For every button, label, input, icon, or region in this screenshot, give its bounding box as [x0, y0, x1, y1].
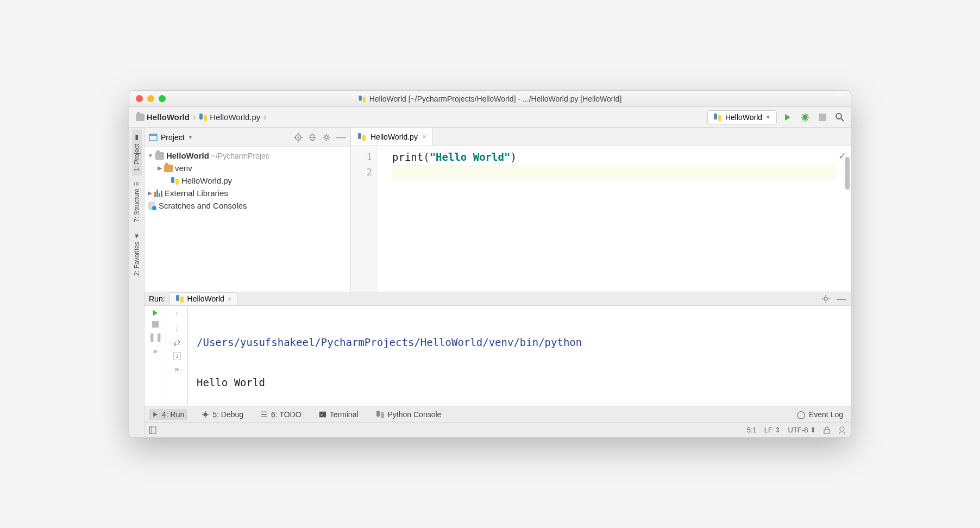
- svg-rect-63: [149, 427, 152, 433]
- tree-project-root[interactable]: ▼ HelloWorld ~/PycharmProjec: [145, 149, 350, 162]
- svg-point-22: [298, 136, 299, 138]
- project-tree[interactable]: ▼ HelloWorld ~/PycharmProjec ▶ venv: [145, 147, 350, 292]
- debug-button[interactable]: [799, 111, 812, 124]
- inspection-ok-icon[interactable]: ✓: [839, 149, 845, 161]
- close-tab-icon[interactable]: ×: [228, 295, 232, 303]
- hide-icon[interactable]: —: [837, 293, 846, 305]
- svg-line-13: [807, 119, 808, 120]
- breadcrumb-project[interactable]: HelloWorld: [134, 112, 192, 122]
- scroll-to-end-icon[interactable]: ⤓: [173, 352, 181, 360]
- scrollbar-thumb[interactable]: [845, 157, 850, 190]
- breadcrumb-file[interactable]: HelloWorld.py: [197, 112, 262, 122]
- bottom-tab-todo[interactable]: ☰ 6: TODO: [257, 409, 305, 420]
- breadcrumb-file-label: HelloWorld.py: [210, 112, 260, 122]
- hide-icon[interactable]: —: [336, 131, 346, 143]
- svg-text:>_: >_: [320, 412, 325, 417]
- stop-button[interactable]: [816, 111, 829, 124]
- close-window-icon[interactable]: [136, 95, 143, 102]
- status-bar: 5:1 LF ⇕ UTF-8 ⇕: [145, 422, 851, 437]
- left-tool-strip: 1: Project ▮ 7: Structure ⠿ 2: Favorites…: [129, 128, 145, 437]
- editor-tab-helloworld[interactable]: HelloWorld.py ×: [351, 128, 433, 146]
- toggle-tool-windows-icon[interactable]: [149, 426, 156, 434]
- tree-external-libraries[interactable]: ▶ External Libraries: [145, 187, 350, 199]
- tree-folder-venv[interactable]: ▶ venv: [145, 162, 350, 174]
- run-button[interactable]: [781, 111, 794, 124]
- gear-icon[interactable]: [322, 133, 331, 142]
- tree-node-label: venv: [175, 164, 192, 173]
- code-token-paren: (: [423, 151, 429, 163]
- hector-icon[interactable]: [838, 426, 846, 435]
- bottom-tab-event-log[interactable]: ◯ Event Log: [794, 409, 846, 420]
- navigation-bar: HelloWorld › HelloWorld.py › HelloWorld …: [129, 107, 851, 128]
- code-token-string: "Hello World": [430, 151, 511, 163]
- svg-marker-52: [153, 412, 158, 417]
- down-arrow-icon[interactable]: ↓: [175, 323, 179, 333]
- tree-node-label: HelloWorld.py: [181, 176, 232, 185]
- main-area: 1: Project ▮ 7: Structure ⠿ 2: Favorites…: [129, 128, 851, 437]
- sidebar-tab-favorites[interactable]: 2: Favorites ★: [132, 228, 142, 280]
- breadcrumb: HelloWorld › HelloWorld.py ›: [134, 112, 268, 122]
- svg-rect-20: [149, 134, 157, 136]
- expand-toggle-icon[interactable]: ▶: [158, 165, 162, 172]
- gear-icon[interactable]: [821, 294, 830, 303]
- bottom-tab-label: Python Console: [388, 410, 442, 419]
- code-area[interactable]: print("Hello World") ✓: [377, 146, 851, 292]
- svg-rect-43: [176, 295, 179, 301]
- run-config-selector[interactable]: HelloWorld ▼: [707, 110, 777, 124]
- soft-wrap-icon[interactable]: ⇄: [173, 337, 180, 348]
- expand-icon[interactable]: »: [175, 364, 179, 373]
- minimize-window-icon[interactable]: [147, 95, 154, 102]
- svg-point-17: [836, 114, 841, 119]
- structure-icon: ⠿: [133, 181, 141, 186]
- bottom-tab-debug[interactable]: 5: Debug: [198, 409, 247, 420]
- project-tool-window: Project ▼: [145, 128, 351, 292]
- svg-rect-44: [180, 297, 184, 303]
- svg-line-34: [329, 139, 330, 140]
- bottom-tab-python-console[interactable]: Python Console: [373, 409, 445, 420]
- lock-icon[interactable]: [824, 426, 830, 434]
- search-button[interactable]: [833, 111, 846, 124]
- sidebar-tab-project[interactable]: 1: Project ▮: [132, 130, 142, 176]
- tree-file-helloworld[interactable]: HelloWorld.py: [145, 174, 350, 187]
- line-separator[interactable]: LF ⇕: [764, 426, 781, 434]
- editor-tab-label: HelloWorld.py: [370, 133, 418, 141]
- maximize-window-icon[interactable]: [159, 95, 166, 102]
- editor-body[interactable]: 1 2 print("Hello World") ✓: [351, 146, 851, 292]
- rerun-button[interactable]: [152, 309, 159, 317]
- folder-icon: [164, 165, 173, 172]
- close-tab-icon[interactable]: ×: [422, 133, 426, 141]
- python-file-icon: [171, 177, 179, 185]
- event-log-icon: ◯: [797, 410, 806, 419]
- chevron-down-icon[interactable]: ▼: [188, 134, 193, 140]
- sidebar-tab-structure[interactable]: 7: Structure ⠿: [132, 177, 142, 227]
- bottom-tab-terminal[interactable]: >_ Terminal: [316, 409, 362, 420]
- chevron-down-icon: ▼: [765, 114, 771, 120]
- expand-icon[interactable]: »: [153, 347, 158, 355]
- python-icon: [376, 410, 385, 419]
- svg-line-33: [324, 135, 325, 136]
- svg-marker-50: [153, 310, 158, 316]
- svg-rect-37: [171, 177, 174, 183]
- bottom-tab-run[interactable]: 4: Run: [149, 409, 187, 420]
- expand-toggle-icon[interactable]: ▼: [148, 153, 153, 159]
- cursor-position[interactable]: 5:1: [747, 426, 757, 434]
- svg-rect-16: [819, 114, 826, 121]
- project-panel-header: Project ▼: [145, 128, 350, 147]
- svg-rect-5: [718, 115, 721, 121]
- collapse-all-icon[interactable]: [308, 133, 317, 142]
- expand-toggle-icon[interactable]: ▶: [148, 190, 152, 197]
- bottom-tab-label: Event Log: [809, 410, 843, 419]
- editor-tabs: HelloWorld.py ×: [351, 128, 851, 146]
- locate-icon[interactable]: [294, 133, 303, 142]
- up-arrow-icon[interactable]: ↑: [175, 309, 179, 319]
- tree-scratches[interactable]: Scratches and Consoles: [145, 199, 350, 212]
- pause-button[interactable]: ❚❚: [148, 332, 162, 342]
- stop-button[interactable]: [152, 321, 159, 328]
- tree-node-path: ~/PycharmProjec: [211, 152, 269, 160]
- run-panel-header: Run: HelloWorld × —: [145, 292, 851, 306]
- upper-split: Project ▼: [145, 128, 851, 292]
- terminal-icon: >_: [319, 411, 326, 418]
- file-encoding[interactable]: UTF-8 ⇕: [788, 426, 816, 434]
- run-config-tab[interactable]: HelloWorld ×: [169, 292, 238, 305]
- svg-rect-38: [175, 179, 179, 185]
